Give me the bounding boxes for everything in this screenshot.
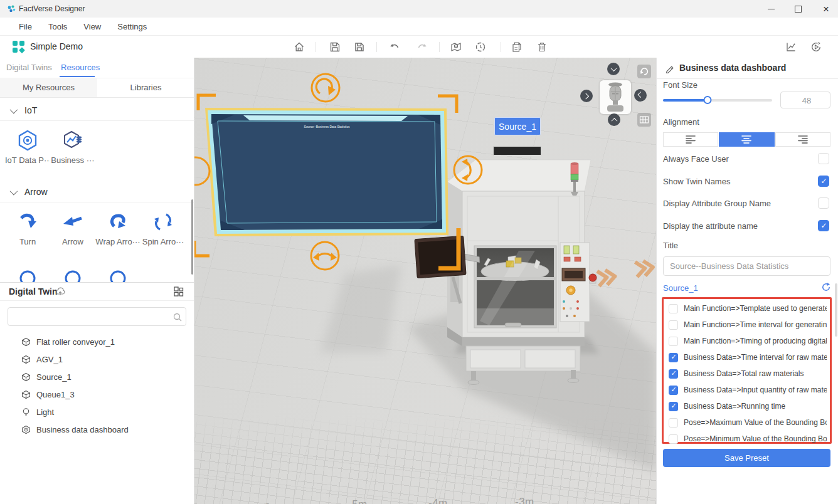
chevron-up-icon bbox=[611, 117, 617, 123]
preview-button[interactable] bbox=[809, 40, 823, 54]
gizmo-circle-left[interactable] bbox=[194, 157, 210, 185]
source-link[interactable]: Source_1 bbox=[663, 283, 698, 293]
yaw-gizmo[interactable] bbox=[311, 242, 339, 270]
redo-icon bbox=[416, 41, 428, 53]
always-face-user-checkbox[interactable] bbox=[818, 153, 829, 164]
save-preset-button[interactable]: Save Preset bbox=[663, 449, 830, 467]
align-left-button[interactable] bbox=[663, 132, 718, 147]
clock-icon bbox=[474, 41, 487, 53]
font-size-input[interactable] bbox=[781, 92, 832, 109]
toolbar-separator bbox=[439, 42, 440, 52]
delete-button[interactable] bbox=[535, 40, 549, 54]
attribute-checkbox[interactable] bbox=[669, 353, 678, 362]
attribute-row[interactable]: Main Function=>Template used to generate… bbox=[664, 300, 829, 317]
maximize-icon bbox=[795, 6, 802, 13]
attribute-row[interactable]: Main Function=>Time interval for generat… bbox=[664, 317, 829, 333]
history-button[interactable] bbox=[474, 40, 487, 54]
reset-view-button[interactable] bbox=[637, 65, 651, 78]
font-size-value-box[interactable] bbox=[780, 92, 830, 108]
twin-item-agv[interactable]: AGV_1 bbox=[21, 350, 63, 368]
twin-item-source[interactable]: Source_1 bbox=[21, 368, 72, 386]
orbit-right-button[interactable] bbox=[580, 90, 593, 102]
spin-arrow-icon bbox=[152, 211, 174, 233]
grid-view-button[interactable] bbox=[637, 113, 651, 127]
rotate-gizmo[interactable] bbox=[312, 74, 339, 102]
business-data-icon bbox=[61, 129, 84, 152]
dashboard-title-input[interactable] bbox=[669, 261, 828, 271]
3d-viewport[interactable]: Source--Business Data Statistics bbox=[194, 58, 656, 504]
twin-item-business-data-dashboard[interactable]: Business data dashboard bbox=[21, 421, 129, 438]
tab-resources[interactable]: Resources bbox=[61, 63, 100, 72]
attribute-row[interactable]: Business Data=>Total raw materials bbox=[664, 365, 829, 382]
subtab-libraries[interactable]: Libraries bbox=[97, 78, 194, 97]
twin-item-light[interactable]: Light bbox=[21, 403, 54, 421]
attribute-checkbox[interactable] bbox=[669, 434, 678, 444]
show-twin-names-checkbox[interactable] bbox=[818, 176, 829, 187]
tab-digital-twins[interactable]: Digital Twins bbox=[6, 63, 52, 72]
bulb-icon bbox=[21, 407, 31, 417]
resource-turn-arrow[interactable]: Turn bbox=[5, 211, 50, 246]
resource-iot-data-parser[interactable]: IoT Data P··· bbox=[5, 129, 50, 165]
resource-wrap-arrow[interactable]: Wrap Arro··· bbox=[95, 211, 141, 246]
refresh-icon[interactable] bbox=[821, 282, 831, 292]
menu-tools[interactable]: Tools bbox=[48, 22, 67, 31]
resource-business-data[interactable]: Business ··· bbox=[50, 129, 95, 165]
orbit-down-button[interactable] bbox=[607, 63, 620, 75]
undo-button[interactable] bbox=[388, 40, 401, 54]
twin-item-queue[interactable]: Queue1_3 bbox=[21, 386, 75, 403]
font-size-slider[interactable] bbox=[663, 99, 772, 102]
attribute-row[interactable]: Main Function=>Timing of producing digit… bbox=[664, 333, 829, 349]
attribute-checkbox[interactable] bbox=[669, 320, 678, 330]
slider-fill bbox=[663, 99, 708, 102]
duplicate-button[interactable] bbox=[510, 40, 524, 54]
attribute-checkbox[interactable] bbox=[669, 337, 678, 346]
selection-bracket bbox=[198, 95, 216, 110]
save-button[interactable] bbox=[328, 40, 342, 54]
align-right-button[interactable] bbox=[775, 132, 830, 147]
menu-view[interactable]: View bbox=[83, 22, 101, 31]
display-attribute-name-checkbox[interactable] bbox=[818, 220, 829, 231]
attribute-row[interactable]: Business Data=>Running time bbox=[664, 398, 829, 414]
align-right-icon bbox=[797, 135, 809, 144]
resource-spin-arrow[interactable]: Spin Arro··· bbox=[141, 211, 186, 246]
twin-name-tag[interactable]: Source_1 bbox=[494, 117, 541, 135]
minimize-button[interactable] bbox=[758, 0, 783, 18]
view-orientation-head[interactable] bbox=[600, 80, 631, 114]
menu-file[interactable]: File bbox=[19, 22, 32, 31]
redo-button[interactable] bbox=[415, 40, 429, 54]
pencil-icon[interactable] bbox=[665, 63, 675, 73]
sidebar-scrollbar[interactable] bbox=[191, 199, 193, 275]
layout-grid-icon[interactable] bbox=[173, 286, 184, 297]
statistics-button[interactable] bbox=[784, 40, 798, 54]
attribute-row[interactable]: Pose=>Maximum Value of the Bounding Box bbox=[664, 414, 829, 431]
twin-search-input[interactable] bbox=[13, 310, 172, 324]
attribute-row[interactable]: Pose=>Minimum Value of the Bounding Box bbox=[664, 431, 829, 447]
resource-arrow[interactable]: Arrow bbox=[50, 211, 95, 246]
maximize-button[interactable] bbox=[785, 0, 810, 18]
twin-item-flat-roller-conveyor[interactable]: Flat roller conveyor_1 bbox=[21, 333, 115, 350]
attribute-checkbox[interactable] bbox=[669, 402, 678, 411]
attribute-checkbox[interactable] bbox=[669, 386, 678, 395]
menu-settings[interactable]: Settings bbox=[117, 22, 147, 31]
attribute-row[interactable]: Business Data=>Time interval for raw mat… bbox=[664, 349, 829, 365]
align-center-button[interactable] bbox=[719, 132, 774, 147]
orbit-left-button[interactable] bbox=[634, 89, 647, 102]
save-as-button[interactable] bbox=[353, 40, 366, 54]
home-button[interactable] bbox=[292, 40, 306, 54]
inspector-scrollbar[interactable] bbox=[835, 283, 837, 337]
attribute-checkbox[interactable] bbox=[669, 304, 678, 313]
attribute-row[interactable]: Business Data=>Input quantity of raw mat… bbox=[664, 382, 829, 398]
close-button[interactable]: × bbox=[814, 0, 838, 18]
locate-button[interactable] bbox=[449, 40, 463, 54]
attribute-checkbox[interactable] bbox=[669, 369, 678, 379]
subtab-my-resources[interactable]: My Resources bbox=[0, 78, 97, 97]
iot-section-header[interactable]: IoT bbox=[0, 100, 194, 121]
slider-thumb[interactable] bbox=[704, 96, 712, 104]
attribute-checkbox[interactable] bbox=[669, 418, 678, 428]
cloud-upload-icon[interactable] bbox=[54, 286, 66, 297]
selection-gizmos bbox=[194, 58, 656, 504]
display-attribute-group-name-checkbox[interactable] bbox=[818, 197, 829, 209]
pitch-gizmo[interactable] bbox=[454, 156, 482, 184]
orbit-up-button[interactable] bbox=[608, 113, 620, 126]
arrow-section-header[interactable]: Arrow bbox=[0, 182, 194, 202]
